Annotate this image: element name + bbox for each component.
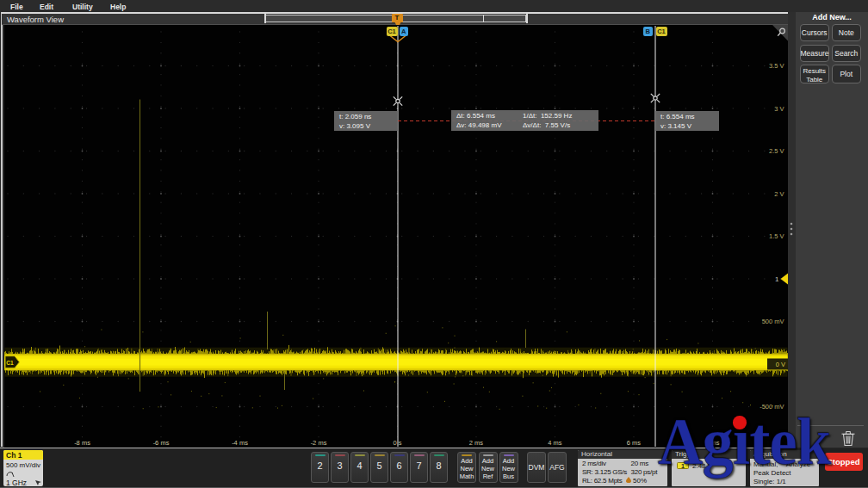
svg-text:2.5 V: 2.5 V	[768, 147, 784, 155]
svg-text:6 ms: 6 ms	[626, 439, 641, 447]
svg-text:4 ms: 4 ms	[548, 439, 562, 447]
svg-text:-6 ms: -6 ms	[152, 439, 169, 447]
svg-text:-4 ms: -4 ms	[232, 439, 248, 447]
svg-text:3.5 V: 3.5 V	[768, 62, 784, 70]
svg-text:3 V: 3 V	[774, 105, 784, 113]
svg-text:C1: C1	[6, 360, 14, 366]
svg-text:1: 1	[775, 275, 779, 283]
svg-text:-2 ms: -2 ms	[310, 439, 326, 447]
svg-text:0 s: 0 s	[393, 439, 401, 447]
svg-text:1.5 V: 1.5 V	[768, 232, 784, 240]
svg-text:2 ms: 2 ms	[468, 439, 483, 447]
svg-text:0 V: 0 V	[775, 361, 784, 368]
svg-text:-8 ms: -8 ms	[74, 439, 90, 447]
svg-text:2 V: 2 V	[774, 190, 784, 198]
svg-text:500 mV: 500 mV	[761, 318, 784, 325]
